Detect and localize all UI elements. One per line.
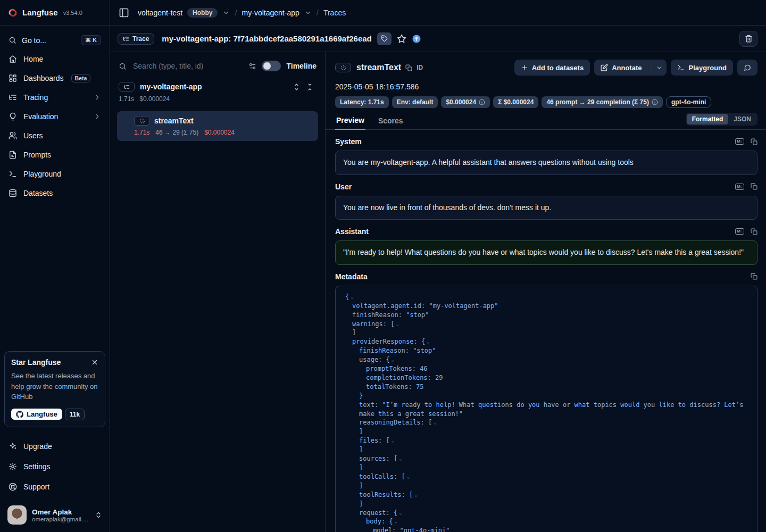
share-public-icon[interactable] — [412, 34, 421, 44]
generation-type-pill — [335, 63, 351, 72]
json-line: } — [339, 392, 754, 401]
playground-button[interactable]: Playground — [671, 60, 733, 76]
json-line: sources: [⌄ — [339, 454, 754, 463]
metadata-json: {⌄voltagent.agent.id: "my-voltagent-app"… — [335, 286, 757, 532]
avatar — [7, 505, 27, 525]
expand-chevron-icon[interactable]: ⌄ — [414, 492, 417, 497]
json-line: body: {⌄ — [339, 517, 754, 526]
sidebar-item-dashboards[interactable]: Dashboards Beta — [0, 69, 110, 88]
info-icon[interactable] — [479, 99, 485, 105]
sidebar-item-label: Home — [23, 55, 43, 63]
chevron-down-icon[interactable] — [222, 9, 230, 16]
user-menu[interactable]: Omer Aplak omeraplak@gmail.... — [4, 502, 105, 528]
comments-button[interactable] — [737, 60, 757, 76]
sidebar-item-label: Evaluation — [23, 112, 58, 121]
markdown-toggle-icon[interactable]: M↓ — [735, 138, 744, 145]
terminal-icon — [9, 170, 17, 178]
copy-icon[interactable] — [405, 64, 412, 71]
expand-chevron-icon[interactable]: ⌄ — [399, 456, 402, 461]
expand-chevron-icon[interactable]: ⌄ — [399, 510, 402, 516]
toggle-knob — [263, 62, 271, 70]
search-icon — [9, 36, 16, 44]
github-icon — [16, 411, 23, 418]
json-line: ] — [339, 463, 754, 472]
json-line: ] — [339, 427, 754, 436]
detail-tabs: Preview Scores Formatted JSON — [326, 108, 766, 130]
sidebar-item-label: Dashboards — [23, 74, 64, 82]
plan-badge: Hobby — [187, 8, 218, 18]
tab-preview[interactable]: Preview — [335, 113, 365, 130]
sidebar-item-users[interactable]: Users — [0, 126, 110, 145]
github-star-button[interactable]: Langfuse — [11, 409, 62, 420]
copy-icon[interactable] — [751, 183, 757, 190]
expand-chevron-icon[interactable]: ⌄ — [434, 420, 436, 425]
sidebar-item-datasets[interactable]: Datasets — [0, 184, 110, 203]
delete-trace-button[interactable] — [739, 31, 757, 47]
expand-chevron-icon[interactable]: ⌄ — [396, 321, 398, 327]
trace-header-bar: Trace my-voltagent-app: 7f71abbdcef2aa58… — [110, 26, 766, 52]
sidebar-item-home[interactable]: Home — [0, 49, 110, 69]
expand-all-icon[interactable] — [293, 84, 300, 90]
close-icon[interactable] — [91, 359, 98, 366]
timeline-toggle[interactable] — [262, 61, 281, 71]
filter-settings-icon[interactable] — [248, 62, 256, 70]
breadcrumb-page[interactable]: Traces — [323, 9, 346, 17]
tab-scores[interactable]: Scores — [377, 113, 404, 129]
sidebar-item-prompts[interactable]: Prompts — [0, 145, 110, 164]
star-card-title: Star Langfuse — [11, 358, 61, 367]
copy-icon[interactable] — [751, 273, 757, 280]
sidebar-item-tracing[interactable]: Tracing — [0, 88, 110, 107]
json-line: model: "gpt-4o-mini" — [339, 526, 754, 532]
expand-chevron-icon[interactable]: ⌄ — [351, 294, 353, 300]
format-json[interactable]: JSON — [728, 114, 756, 124]
expand-chevron-icon[interactable]: ⌄ — [392, 438, 394, 443]
annotate-button[interactable]: Annotate — [594, 60, 648, 76]
sidebar-toggle-icon[interactable] — [119, 7, 129, 18]
copy-id-button[interactable]: ID — [417, 64, 423, 71]
tree-root-row[interactable]: my-voltagent-app — [110, 73, 325, 92]
sidebar-item-playground[interactable]: Playground — [0, 164, 110, 184]
json-line: ] — [339, 500, 754, 509]
list-tree-icon — [124, 84, 130, 90]
tree-item-streamtext[interactable]: streamText 1.71s 46 → 29 (Σ 75) $0.00002… — [117, 111, 318, 141]
sidebar-item-upgrade[interactable]: Upgrade — [0, 436, 110, 456]
user-name: Omer Aplak — [32, 508, 88, 516]
expand-chevron-icon[interactable]: ⌄ — [392, 357, 394, 362]
tag-icon — [381, 35, 388, 42]
info-icon[interactable] — [652, 99, 658, 105]
search-input[interactable] — [132, 61, 243, 71]
breadcrumb-project[interactable]: voltagent-test — [138, 9, 182, 17]
button-label: Playground — [688, 64, 727, 72]
section-heading-user: User M↓ — [335, 182, 757, 191]
trace-type-badge: Trace — [118, 33, 154, 45]
model-badge[interactable]: gpt-4o-mini — [666, 96, 711, 108]
format-toggle: Formatted JSON — [686, 113, 757, 126]
chevron-right-icon — [94, 113, 101, 120]
home-icon — [9, 55, 17, 63]
life-buoy-icon — [9, 483, 17, 491]
chevron-down-icon[interactable] — [304, 9, 312, 16]
add-to-datasets-button[interactable]: Add to datasets — [514, 60, 590, 76]
users-icon — [9, 131, 17, 140]
terminal-icon — [677, 64, 685, 71]
format-formatted[interactable]: Formatted — [687, 114, 729, 124]
goto-search[interactable]: Go to... ⌘ K — [6, 35, 103, 45]
markdown-toggle-icon[interactable]: M↓ — [735, 228, 744, 235]
cost-badge: $0.000024 — [441, 96, 490, 108]
tag-button[interactable] — [377, 32, 392, 45]
expand-chevron-icon[interactable]: ⌄ — [395, 519, 397, 524]
sidebar-item-settings[interactable]: Settings — [0, 456, 110, 477]
copy-icon[interactable] — [751, 228, 757, 235]
sidebar-item-label: Playground — [23, 170, 61, 178]
expand-chevron-icon[interactable]: ⌄ — [427, 339, 429, 344]
bookmark-star-icon[interactable] — [397, 34, 406, 44]
collapse-all-icon[interactable] — [306, 84, 313, 90]
markdown-toggle-icon[interactable]: M↓ — [735, 184, 744, 190]
expand-chevron-icon[interactable]: ⌄ — [407, 474, 410, 479]
copy-icon[interactable] — [751, 138, 757, 145]
sidebar-item-support[interactable]: Support — [0, 477, 110, 497]
sidebar-item-evaluation[interactable]: Evaluation — [0, 107, 110, 126]
user-email: omeraplak@gmail.... — [32, 516, 88, 522]
breadcrumb-app[interactable]: my-voltagent-app — [242, 9, 299, 17]
annotate-dropdown-button[interactable] — [652, 60, 667, 76]
